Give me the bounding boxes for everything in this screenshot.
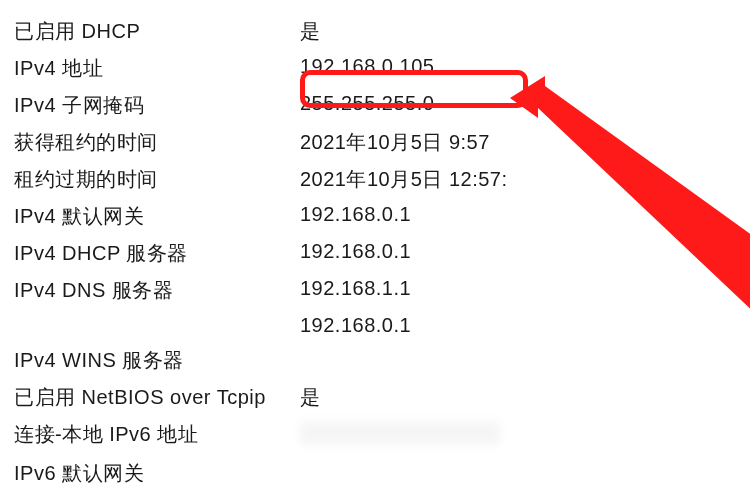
property-row: IPv6 默认网关 [10, 460, 740, 487]
property-row: 获得租约的时间 2021年10月5日 9:57 [10, 129, 740, 156]
property-row: 已启用 DHCP 是 [10, 18, 740, 45]
property-value-ipv6-gateway [300, 460, 740, 487]
property-label-ipv4-subnet: IPv4 子网掩码 [10, 92, 300, 119]
network-details-panel: 已启用 DHCP 是 IPv4 地址 192.168.0.105 IPv4 子网… [10, 18, 740, 487]
property-value-dhcp-enabled: 是 [300, 18, 740, 45]
property-row: IPv4 子网掩码 255.255.255.0 [10, 92, 740, 119]
property-row: 租约过期的时间 2021年10月5日 12:57: [10, 166, 740, 193]
property-row: IPv4 默认网关 192.168.0.1 [10, 203, 740, 230]
property-label-lease-expires: 租约过期的时间 [10, 166, 300, 193]
property-label-ipv4-wins: IPv4 WINS 服务器 [10, 347, 300, 374]
property-label-netbios: 已启用 NetBIOS over Tcpip [10, 384, 300, 411]
property-value-ipv4-gateway: 192.168.0.1 [300, 203, 740, 230]
property-label-ipv6-gateway: IPv6 默认网关 [10, 460, 300, 487]
property-value-ipv4-subnet: 255.255.255.0 [300, 92, 740, 119]
property-label-ipv4-address: IPv4 地址 [10, 55, 300, 82]
property-value-ipv4-dns2: 192.168.0.1 [300, 314, 740, 337]
property-value-ipv6-link-local [300, 421, 740, 450]
property-value-ipv4-wins [300, 347, 740, 374]
property-label-ipv4-dhcp-server: IPv4 DHCP 服务器 [10, 240, 300, 267]
property-label-ipv4-dns2 [10, 314, 300, 337]
property-value-netbios: 是 [300, 384, 740, 411]
property-row: IPv4 地址 192.168.0.105 [10, 55, 740, 82]
property-row: IPv4 DHCP 服务器 192.168.0.1 [10, 240, 740, 267]
property-value-ipv4-address: 192.168.0.105 [300, 55, 740, 82]
property-row: 已启用 NetBIOS over Tcpip 是 [10, 384, 740, 411]
property-value-lease-expires: 2021年10月5日 12:57: [300, 166, 740, 193]
property-label-ipv4-gateway: IPv4 默认网关 [10, 203, 300, 230]
property-label-ipv6-link-local: 连接-本地 IPv6 地址 [10, 421, 300, 450]
property-label-dhcp-enabled: 已启用 DHCP [10, 18, 300, 45]
redacted-value [300, 421, 500, 445]
property-value-ipv4-dhcp-server: 192.168.0.1 [300, 240, 740, 267]
property-value-ipv4-dns: 192.168.1.1 [300, 277, 740, 304]
property-value-lease-obtained: 2021年10月5日 9:57 [300, 129, 740, 156]
property-label-ipv4-dns: IPv4 DNS 服务器 [10, 277, 300, 304]
property-row: IPv4 DNS 服务器 192.168.1.1 [10, 277, 740, 304]
property-label-lease-obtained: 获得租约的时间 [10, 129, 300, 156]
property-row: 192.168.0.1 [10, 314, 740, 337]
property-row: 连接-本地 IPv6 地址 [10, 421, 740, 450]
property-row: IPv4 WINS 服务器 [10, 347, 740, 374]
